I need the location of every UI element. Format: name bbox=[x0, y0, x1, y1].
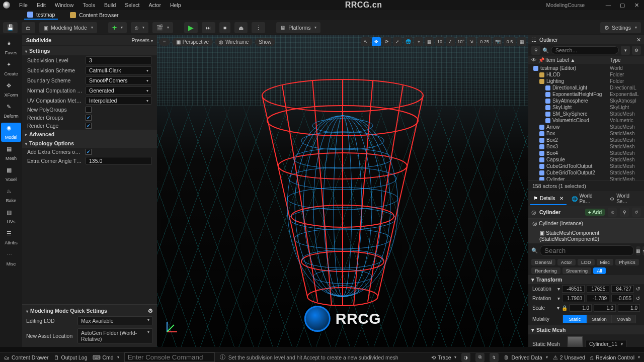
new-polygroups-checkbox[interactable] bbox=[86, 107, 92, 113]
derived-data-dropdown[interactable]: 🛢Derived Data bbox=[504, 354, 547, 360]
lock-icon[interactable]: 🔒 bbox=[561, 305, 568, 311]
quick-settings-header[interactable]: Modeling Mode Quick Settings ⚙ bbox=[26, 307, 153, 315]
maximize-button[interactable]: ▢ bbox=[618, 2, 627, 8]
scale-z[interactable]: 1.0 bbox=[618, 304, 640, 312]
cat-lod[interactable]: LOD bbox=[578, 259, 595, 265]
coord-space-toggle[interactable]: 🌐 bbox=[404, 37, 413, 46]
tree-node[interactable]: SkyLightSkyLight bbox=[528, 104, 644, 111]
eject-button[interactable]: ⏏ bbox=[234, 22, 248, 33]
type-column[interactable]: Type bbox=[610, 57, 641, 63]
mobility-static[interactable]: Static bbox=[562, 315, 587, 323]
menu-tools[interactable]: Tools bbox=[83, 2, 95, 8]
extra-corner-angle-input[interactable]: 135.0 bbox=[86, 157, 152, 165]
tree-node[interactable]: CubeGridToolOutputStaticMesh bbox=[528, 163, 644, 169]
cat-actor[interactable]: Actor bbox=[557, 259, 576, 265]
tree-node[interactable]: DirectionalLightDirectionalL bbox=[528, 84, 644, 91]
tree-node[interactable]: CapsuleStaticMesh bbox=[528, 156, 644, 163]
location-x[interactable]: -46511 bbox=[562, 285, 585, 293]
cmd-dropdown[interactable]: ⌨Cmd bbox=[93, 354, 119, 360]
tab-level[interactable]: testmap bbox=[24, 11, 58, 20]
cat-physics[interactable]: Physics bbox=[615, 259, 639, 265]
subdivision-level-input[interactable]: 3 bbox=[86, 56, 152, 64]
close-icon[interactable]: ✕ bbox=[559, 196, 564, 201]
view-options[interactable]: ▦ bbox=[636, 246, 640, 255]
rotation-z[interactable]: -0.055 bbox=[611, 295, 634, 302]
tree-node[interactable]: Box4StaticMesh bbox=[528, 150, 644, 156]
palette-deform[interactable]: ✎Deform bbox=[1, 102, 21, 121]
browse-to-asset[interactable]: ⚲ bbox=[620, 208, 629, 217]
status-icon-3[interactable]: ↯ bbox=[490, 353, 499, 362]
camera-speed-value[interactable]: 0.5 bbox=[504, 37, 516, 46]
chevron-down-icon[interactable]: ▾ bbox=[557, 286, 560, 292]
new-asset-location-dropdown[interactable]: AutoGen Folder (World-Relative) bbox=[77, 328, 153, 343]
add-extra-corners-checkbox[interactable] bbox=[86, 149, 92, 155]
scale-y[interactable]: 1.0 bbox=[594, 304, 616, 312]
menu-help[interactable]: Help bbox=[170, 2, 181, 8]
tree-node[interactable]: BoxStaticMesh bbox=[528, 130, 644, 137]
tree-node[interactable]: CubeGridToolOutput2StaticMesh bbox=[528, 169, 644, 176]
palette-create[interactable]: ✦Create bbox=[1, 59, 21, 78]
surface-snap-toggle[interactable]: ⌖ bbox=[414, 37, 423, 46]
camera-speed-icon[interactable]: 📷 bbox=[493, 37, 502, 46]
add-component-button[interactable]: + Add bbox=[585, 209, 605, 216]
browse-button[interactable]: 🗀 bbox=[22, 22, 35, 33]
tree-node[interactable]: VolumetricCloudVolumetric bbox=[528, 117, 644, 124]
component-staticmesh[interactable]: ▣ StaticMeshComponent (StaticMeshCompone… bbox=[528, 228, 644, 243]
outliner-filter[interactable]: ⚲ bbox=[531, 46, 540, 55]
select-tool[interactable]: ↖ bbox=[361, 37, 370, 46]
rotate-tool[interactable]: ⟳ bbox=[382, 37, 391, 46]
boundary-scheme-dropdown[interactable]: Smooth Corners bbox=[86, 76, 152, 84]
palette-bake[interactable]: ♨Bake bbox=[1, 186, 21, 205]
palette-mesh[interactable]: ▦Mesh bbox=[1, 144, 21, 163]
gear-icon[interactable]: ⚙ bbox=[148, 308, 153, 314]
editing-lod-dropdown[interactable]: Max Available bbox=[77, 316, 153, 325]
reset-icon[interactable]: ↺ bbox=[636, 296, 640, 301]
view-show[interactable]: Show bbox=[255, 38, 275, 46]
uv-method-dropdown[interactable]: Interpolated bbox=[86, 97, 152, 105]
normal-method-dropdown[interactable]: Generated bbox=[86, 86, 152, 95]
presets-dropdown[interactable]: Presets bbox=[131, 37, 153, 43]
asset-thumbnail[interactable] bbox=[568, 336, 583, 347]
section-static-mesh[interactable]: ▾Static Mesh bbox=[528, 325, 644, 334]
section-settings[interactable]: Settings bbox=[22, 46, 157, 55]
angle-snap-value[interactable]: 10° bbox=[456, 37, 465, 46]
section-topology[interactable]: Topology Options bbox=[22, 139, 157, 148]
outliner-tree[interactable]: testmap (Editor)WorldHLODFolderLightingF… bbox=[528, 64, 644, 180]
skip-button[interactable]: ⏭ bbox=[202, 22, 215, 33]
palette-misc[interactable]: ⋯Misc bbox=[1, 249, 21, 268]
component-instance[interactable]: ◎ Cylinder (Instance) bbox=[528, 218, 644, 228]
output-log-button[interactable]: 🗒Output Log bbox=[54, 354, 88, 360]
outliner-options[interactable]: ▾ bbox=[621, 46, 630, 55]
mobility-selector[interactable]: Static Station Movab bbox=[558, 314, 640, 324]
section-advanced[interactable]: ▸Advanced bbox=[22, 130, 157, 139]
outliner-close[interactable]: ✕ bbox=[636, 37, 641, 43]
reset-icon[interactable]: ↺ bbox=[636, 286, 640, 292]
cat-rendering[interactable]: Rendering bbox=[531, 267, 560, 274]
mobility-movable[interactable]: Movab bbox=[611, 315, 636, 323]
reset-button[interactable]: ↺ bbox=[632, 208, 641, 217]
palette-attribs[interactable]: ☰Attribs bbox=[1, 228, 21, 247]
tree-node[interactable]: LightingFolder bbox=[528, 78, 644, 84]
details-search[interactable] bbox=[540, 245, 634, 256]
cat-general[interactable]: General bbox=[531, 259, 555, 265]
actor-name[interactable]: Cylinder bbox=[539, 209, 582, 215]
add-content-button[interactable]: ✚ bbox=[108, 22, 127, 33]
rotation-x[interactable]: 1.7903 bbox=[562, 295, 585, 302]
mobility-stationary[interactable]: Station bbox=[587, 315, 612, 323]
tree-node[interactable]: CylinderStaticMesh bbox=[528, 176, 644, 180]
palette-faves[interactable]: ★Faves bbox=[1, 38, 21, 57]
render-cage-checkbox[interactable] bbox=[86, 123, 92, 129]
minimize-button[interactable]: — bbox=[604, 2, 613, 8]
tab-details[interactable]: ⚑Details✕ bbox=[530, 192, 567, 205]
status-icon-2[interactable]: ⧉ bbox=[475, 353, 485, 362]
view-perspective[interactable]: ▣Perspective bbox=[172, 38, 213, 46]
item-label-column[interactable]: Item Label ▲ bbox=[545, 57, 610, 63]
settings-dropdown[interactable]: ⚙ Settings bbox=[600, 22, 641, 33]
trace-dropdown[interactable]: ⟲Trace bbox=[431, 354, 456, 360]
chevron-down-icon[interactable]: ▾ bbox=[557, 296, 560, 301]
platforms-dropdown[interactable]: 🖥 Platforms bbox=[276, 22, 320, 33]
render-groups-checkbox[interactable] bbox=[86, 115, 92, 121]
tree-node[interactable]: ArrowStaticMesh bbox=[528, 124, 644, 130]
tab-world-settings[interactable]: ⚙World Se… bbox=[607, 192, 642, 205]
outliner-columns[interactable]: 👁 📌 Item Label ▲ Type bbox=[528, 56, 644, 64]
